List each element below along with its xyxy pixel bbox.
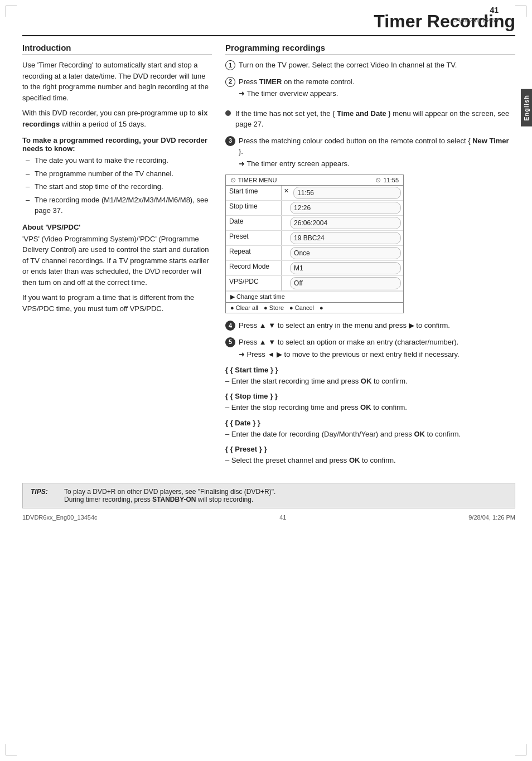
list-item: The recording mode (M1/M2/M2x/M3/M4/M6/M… <box>26 195 212 216</box>
footer-clear: ● Clear all <box>230 304 258 311</box>
tips-text: To play a DVD+R on other DVD players, se… <box>64 488 275 503</box>
step-5: 5 Press ▲ ▼ to select an option or make … <box>225 337 515 360</box>
timer-row-repeat: Repeat Once <box>226 246 403 261</box>
step-2-content: Press TIMER on the remote control. ➜ The… <box>239 76 354 103</box>
subsection-stop-time: { { Stop time } } – Enter the stop recor… <box>225 392 515 413</box>
step-2-suffix: on the remote control. <box>282 77 354 86</box>
step-2-circle: 2 <box>225 77 235 87</box>
footer-page-center: 41 <box>279 514 286 521</box>
timer-row-start-time: Start time ✕ 11:56 <box>226 186 403 201</box>
english-tab: English <box>521 89 532 127</box>
timer-row-stop-time: Stop time 12:26 <box>226 201 403 216</box>
step-4: 4 Press ▲ ▼ to select an entry in the me… <box>225 320 515 331</box>
introduction-section: Introduction Use 'Timer Recording' to au… <box>22 43 212 472</box>
step-dot-icon <box>225 110 231 116</box>
step-2-prefix: Press <box>239 77 259 86</box>
footer-store: ● Store <box>264 304 284 311</box>
subsection-preset: { { Preset } } – Select the preset chann… <box>225 445 515 466</box>
step-4-text: Press ▲ ▼ to select an entry in the menu… <box>239 320 450 331</box>
step-5-text: Press ▲ ▼ to select an option or make an… <box>239 338 458 346</box>
footer-doc-id: 1DVDR6xx_Eng00_13454c <box>22 514 98 521</box>
step-dot-text: If the time has not set yet, the { Time … <box>235 108 515 130</box>
timer-menu-footer: ● Clear all ● Store ● Cancel ● <box>226 302 403 313</box>
step-4-circle: 4 <box>225 321 235 331</box>
tips-label: TIPS: <box>31 488 59 496</box>
intro-subtitle1: To make a programmed recording, your DVD… <box>22 136 212 153</box>
step-3-subnote: ➜ The timer entry screen appears. <box>239 158 515 169</box>
step-1-circle: 1 <box>225 60 235 70</box>
tips-bold: STANDBY-ON <box>152 496 196 503</box>
step-3: 3 Press the matching colour coded button… <box>225 135 515 169</box>
step-2: 2 Press TIMER on the remote control. ➜ T… <box>225 76 515 103</box>
subsection-date: { { Date } } – Enter the date for record… <box>225 419 515 440</box>
corner-mark-bl <box>6 744 17 755</box>
list-item: The start and stop time of the recording… <box>26 181 212 192</box>
intro-para2: With this DVD recorder, you can pre-prog… <box>22 108 212 129</box>
step-5-content: Press ▲ ▼ to select an option or make an… <box>239 337 460 360</box>
step-5-circle: 5 <box>225 337 235 347</box>
intro-list: The date you want to make the recording.… <box>22 155 212 216</box>
step-1-text: Turn on the TV power. Select the correct… <box>239 60 457 71</box>
corner-mark-br <box>515 744 526 755</box>
timer-row-preset: Preset 19 BBC24 <box>226 231 403 246</box>
timer-row-vpspdc: VPS/PDC Off <box>226 276 403 291</box>
timer-menu-header: ⏲ TIMER MENU ⏲ 11:55 <box>226 175 403 186</box>
timer-menu-time: ⏲ 11:55 <box>375 177 399 183</box>
programming-heading: Programming recordings <box>225 43 515 55</box>
title-bar: Timer Recording <box>22 11 515 36</box>
list-item: The date you want to make the recording. <box>26 155 212 166</box>
timer-menu-box: ⏲ TIMER MENU ⏲ 11:55 Start time ✕ 11:56 … <box>225 175 404 313</box>
step-3-content: Press the matching colour coded button o… <box>239 135 515 169</box>
step-3-circle: 3 <box>225 136 235 146</box>
step-2-subnote: ➜ The timer overview appears. <box>239 88 354 99</box>
footer-date: 9/28/04, 1:26 PM <box>468 514 515 521</box>
step-dot: If the time has not set yet, the { Time … <box>225 108 515 130</box>
footer-cancel: ● Cancel <box>289 304 314 311</box>
page-footer: 1DVDR6xx_Eng00_13454c 41 9/28/04, 1:26 P… <box>22 512 515 521</box>
intro-para1: Use 'Timer Recording' to automatically s… <box>22 60 212 103</box>
step-3-text: Press the matching colour coded button o… <box>239 137 509 156</box>
introduction-heading: Introduction <box>22 43 212 55</box>
corner-mark-tr <box>515 6 526 17</box>
vps-para1: 'VPS' (Video Programming System)/'PDC' (… <box>22 234 212 288</box>
corner-mark-tl <box>6 6 17 17</box>
timer-row-date: Date 26:06:2004 <box>226 216 403 231</box>
timer-row-record-mode: Record Mode M1 <box>226 261 403 276</box>
timer-menu-icon: ⏲ TIMER MENU <box>230 177 277 183</box>
tips-bar: TIPS: To play a DVD+R on other DVD playe… <box>22 483 515 508</box>
vps-para2: If you want to program a time that is di… <box>22 292 212 314</box>
step-5-subnote: ➜ Press ◄ ▶ to move to the previous or n… <box>239 349 460 360</box>
step-2-bold: TIMER <box>259 77 282 86</box>
footer-dot: ● <box>320 304 323 311</box>
page-number-display: 41 <box>490 6 499 14</box>
programming-section: Programming recordings 1 Turn on the TV … <box>225 43 515 472</box>
step-1: 1 Turn on the TV power. Select the corre… <box>225 60 515 71</box>
timer-menu-footer-top: ▶ Change start time <box>226 291 403 302</box>
doc-number: 3139 246 13454 <box>454 17 499 23</box>
subsection-start-time: { { Start time } } – Enter the start rec… <box>225 366 515 387</box>
list-item: The programme number of the TV channel. <box>26 168 212 180</box>
intro-subtitle2: About 'VPS/PDC' <box>22 223 212 231</box>
